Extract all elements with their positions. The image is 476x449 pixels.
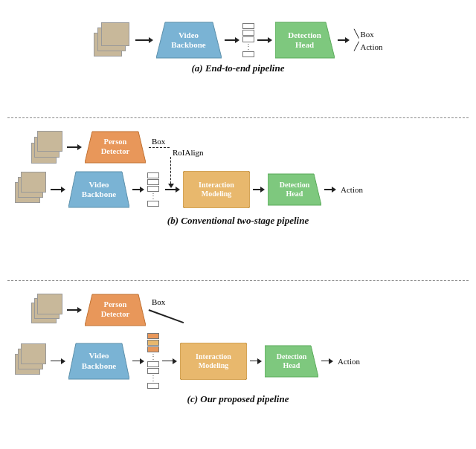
arrow-b3 — [132, 187, 144, 193]
roialign-label: RoIAlign — [173, 148, 204, 157]
video-backbone-c: Video Backbone — [68, 340, 129, 382]
svg-marker-1 — [275, 22, 335, 58]
interaction-modeling-c: Interaction Modeling — [180, 343, 247, 380]
video-backbone-a: Video Backbone — [156, 19, 222, 61]
svg-marker-0 — [156, 22, 222, 58]
arrow-3a — [257, 37, 272, 43]
svg-marker-9 — [265, 346, 318, 377]
video-backbone-b: Video Backbone — [68, 169, 129, 210]
detection-head-b: Detection Head — [268, 171, 321, 208]
section-a-flow: Video Backbone ⋮ — [94, 19, 383, 61]
detection-head-a: Detection Head — [275, 19, 335, 61]
arrow-b5 — [324, 187, 336, 193]
feature-col-a: ⋮ — [242, 23, 254, 57]
arrow-1a — [135, 37, 153, 43]
image-stack-c1 — [31, 294, 64, 326]
section-b-content: Person Detector Box — [7, 129, 469, 210]
feature-col-c-combined: ⋮ ⋮ — [147, 333, 159, 389]
section-c-content: Person Detector Box — [7, 291, 469, 389]
person-detector-c: Person Detector — [85, 291, 146, 329]
action-label-c: Action — [338, 357, 360, 366]
box-output-a: Box — [361, 30, 374, 39]
section-b-row2: Video Backbone ⋮ — [15, 169, 461, 210]
section-c-row2: Video Backbone ⋮ ⋮ — [15, 333, 461, 389]
roialign-arrow — [168, 157, 174, 188]
frameb2-3 — [21, 172, 46, 193]
image-stack-b1 — [31, 131, 64, 164]
detection-head-c: Detection Head — [265, 343, 318, 380]
feat-rect-4 — [242, 51, 254, 57]
section-b-label: (b) Conventional two-stage pipeline — [167, 215, 309, 227]
interaction-modeling-b: Interaction Modeling — [183, 171, 250, 208]
box-label-c: Box — [152, 297, 165, 306]
frame-3 — [101, 22, 129, 46]
roialign-section: RoIAlign — [162, 187, 180, 193]
svg-marker-5 — [268, 174, 321, 205]
svg-marker-2 — [85, 132, 146, 163]
image-stack-c2 — [15, 342, 48, 381]
svg-marker-7 — [68, 343, 129, 379]
output-group-a: ╲ Box ╱ Action — [354, 29, 383, 51]
svg-rect-8 — [180, 343, 247, 380]
feat-rect-1 — [242, 23, 254, 29]
section-b: Person Detector Box — [7, 117, 469, 281]
arrow-b1 — [67, 144, 82, 150]
action-label-b: Action — [341, 185, 363, 194]
section-c-row1: Person Detector Box — [31, 291, 461, 329]
section-c-label: (c) Our proposed pipeline — [187, 393, 289, 405]
arrow-4a — [338, 37, 350, 43]
person-detector-b: Person Detector — [85, 129, 146, 166]
section-a-label: (a) End-to-end pipeline — [192, 62, 285, 74]
svg-rect-4 — [183, 171, 250, 208]
arrow-2a — [225, 37, 239, 43]
arrow-b4 — [253, 187, 265, 193]
box-arrow-b: Box — [149, 147, 170, 148]
feat-rect-2 — [242, 30, 254, 36]
box-label-b: Box — [152, 137, 165, 146]
section-a: Video Backbone ⋮ — [7, 6, 469, 117]
output-action-a: ╱ Action — [354, 42, 383, 51]
diagram-container: Video Backbone ⋮ — [0, 0, 476, 449]
svg-marker-3 — [68, 172, 129, 207]
output-box-a: ╲ Box — [354, 29, 374, 39]
action-output-a: Action — [361, 42, 383, 51]
arrow-b2 — [51, 187, 65, 193]
image-stack-b2 — [15, 170, 48, 209]
image-stack-a — [94, 21, 132, 59]
svg-marker-6 — [85, 294, 146, 326]
section-c: Person Detector Box — [7, 281, 469, 437]
section-b-row1: Person Detector Box — [31, 129, 461, 166]
frameb1-3 — [37, 131, 62, 152]
feature-col-b: ⋮ — [147, 172, 159, 207]
feat-rect-3 — [242, 36, 254, 42]
